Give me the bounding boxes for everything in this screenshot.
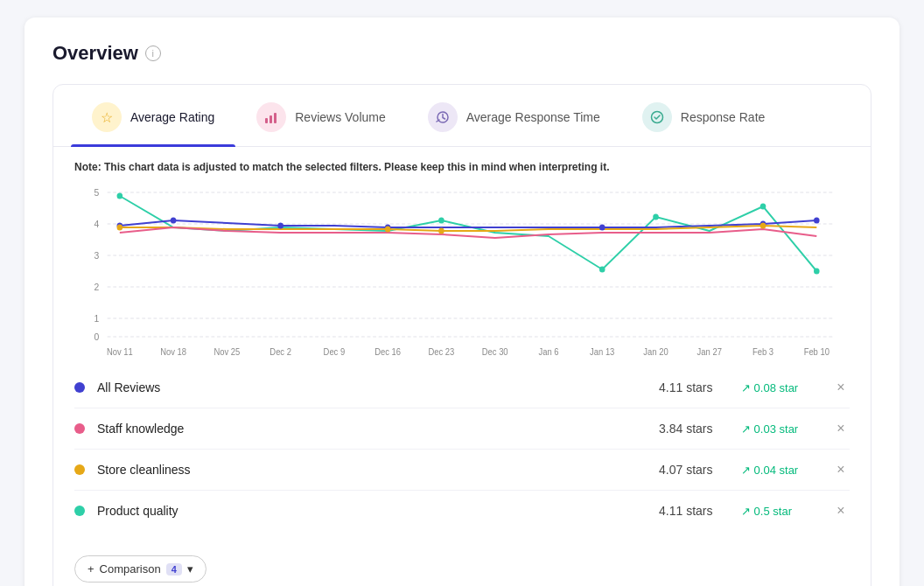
label-store-cleanliness: Store cleanliness [97, 463, 647, 477]
chart-note: Note: This chart data is adjusted to mat… [74, 161, 850, 173]
info-icon[interactable]: i [145, 45, 161, 61]
label-all-reviews: All Reviews [97, 380, 647, 394]
svg-text:Jan 13: Jan 13 [590, 347, 614, 357]
chart-svg: 5 4 3 2 1 0 Nov 11 Nov 18 Nov 25 Dec 2 D… [74, 184, 850, 359]
stars-all-reviews: 4.11 stars [659, 380, 729, 394]
svg-text:Jan 6: Jan 6 [538, 347, 558, 357]
svg-point-39 [385, 227, 391, 233]
svg-text:4: 4 [94, 219, 100, 229]
comparison-badge: 4 [166, 563, 182, 576]
svg-text:Jan 20: Jan 20 [643, 347, 668, 357]
change-store-cleanliness: ↗ 0.04 star [741, 464, 820, 477]
svg-text:Nov 11: Nov 11 [107, 347, 133, 357]
tab-icon-response-rate [642, 102, 672, 132]
change-all-reviews: ↗ 0.08 star [741, 381, 820, 394]
svg-text:Dec 2: Dec 2 [270, 347, 291, 357]
svg-text:5: 5 [94, 187, 100, 198]
svg-point-40 [438, 228, 444, 234]
svg-text:2: 2 [94, 282, 100, 292]
table-row: Product quality 4.11 stars ↗ 0.5 star × [74, 491, 850, 531]
table-row: All Reviews 4.11 stars ↗ 0.08 star × [74, 367, 850, 408]
table-row: Store cleanliness 4.07 stars ↗ 0.04 star… [74, 450, 850, 491]
svg-point-37 [814, 218, 820, 224]
close-all-reviews[interactable]: × [832, 380, 850, 395]
svg-point-32 [171, 218, 177, 224]
tab-response-rate[interactable]: Response Rate [621, 85, 787, 146]
tab-label-response-rate: Response Rate [681, 110, 766, 124]
chart-container: 5 4 3 2 1 0 Nov 11 Nov 18 Nov 25 Dec 2 D… [74, 184, 850, 359]
tab-label-reviews-volume: Reviews Volume [295, 110, 386, 124]
svg-point-47 [814, 269, 820, 275]
svg-point-44 [599, 267, 606, 273]
svg-point-35 [599, 225, 606, 231]
tab-label-avg-rating: Average Rating [130, 110, 214, 124]
chevron-down-icon: ▾ [187, 562, 193, 576]
svg-text:Dec 16: Dec 16 [374, 347, 401, 357]
svg-text:Feb 10: Feb 10 [804, 347, 830, 357]
tab-avg-response[interactable]: Average Response Time [407, 85, 621, 146]
dot-store-cleanliness [74, 464, 85, 475]
page-wrapper: Overview i ☆ Average Rating Reviews Volu… [24, 17, 900, 586]
svg-text:3: 3 [94, 250, 100, 261]
chart-note-prefix: Note: [74, 161, 102, 173]
svg-text:0: 0 [94, 331, 100, 342]
label-staff-knowledge: Staff knowledge [97, 422, 647, 436]
tab-icon-avg-response [428, 102, 458, 132]
tab-icon-avg-rating: ☆ [92, 102, 122, 132]
label-product-quality: Product quality [97, 504, 647, 518]
change-product-quality: ↗ 0.5 star [741, 505, 820, 518]
stars-staff-knowledge: 3.84 stars [659, 422, 729, 436]
svg-text:1: 1 [94, 313, 100, 324]
page-title: Overview [52, 42, 138, 65]
chart-area: Note: This chart data is adjusted to mat… [53, 147, 871, 367]
svg-text:Dec 30: Dec 30 [482, 347, 508, 357]
dot-staff-knowledge [74, 423, 85, 434]
comparison-button[interactable]: + Comparison 4 ▾ [74, 555, 206, 583]
svg-rect-2 [274, 113, 276, 123]
tab-icon-reviews-volume [256, 102, 286, 132]
svg-point-43 [438, 218, 444, 224]
svg-point-42 [117, 193, 123, 199]
page-title-row: Overview i [52, 42, 872, 65]
data-rows: All Reviews 4.11 stars ↗ 0.08 star × Sta… [53, 367, 871, 545]
tab-avg-rating[interactable]: ☆ Average Rating [71, 85, 235, 146]
svg-point-41 [760, 223, 766, 229]
svg-text:Jan 27: Jan 27 [697, 347, 722, 357]
svg-point-45 [653, 214, 659, 220]
stars-product-quality: 4.11 stars [659, 504, 729, 518]
svg-text:Dec 23: Dec 23 [429, 347, 455, 357]
svg-point-33 [277, 223, 284, 229]
chart-note-text: This chart data is adjusted to match the… [102, 161, 610, 173]
bottom-action: + Comparison 4 ▾ [53, 545, 871, 586]
svg-rect-0 [265, 118, 268, 123]
svg-text:Nov 18: Nov 18 [160, 347, 186, 357]
add-icon: + [88, 562, 94, 576]
dot-product-quality [74, 506, 85, 516]
svg-point-38 [117, 225, 123, 231]
stars-store-cleanliness: 4.07 stars [659, 463, 729, 477]
close-staff-knowledge[interactable]: × [832, 421, 850, 436]
svg-point-46 [760, 204, 766, 210]
dot-all-reviews [74, 382, 85, 393]
svg-text:Dec 9: Dec 9 [324, 347, 346, 357]
close-product-quality[interactable]: × [832, 503, 850, 519]
main-card: ☆ Average Rating Reviews Volume Average … [52, 84, 872, 586]
svg-text:Feb 3: Feb 3 [752, 347, 774, 357]
tabs-row: ☆ Average Rating Reviews Volume Average … [53, 85, 871, 147]
tab-reviews-volume[interactable]: Reviews Volume [235, 85, 407, 146]
svg-rect-1 [270, 115, 272, 123]
tab-label-avg-response: Average Response Time [466, 110, 600, 124]
change-staff-knowledge: ↗ 0.03 star [741, 422, 820, 436]
comparison-label: Comparison [100, 562, 161, 576]
table-row: Staff knowledge 3.84 stars ↗ 0.03 star × [74, 408, 850, 450]
svg-text:Nov 25: Nov 25 [214, 347, 240, 357]
close-store-cleanliness[interactable]: × [832, 462, 850, 478]
